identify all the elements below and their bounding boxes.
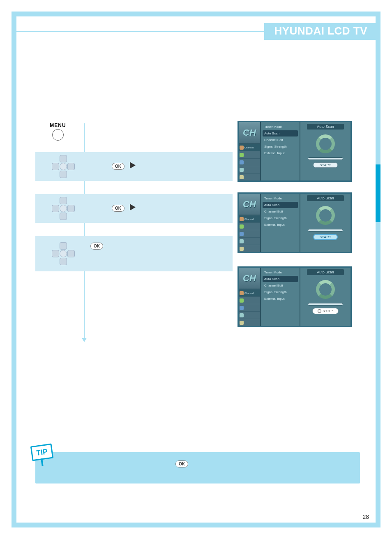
osd-panel-2: CH Channel Tuner Mode Auto Scan Channel … [238,192,352,253]
header-line [15,31,264,32]
osd-tab-channel[interactable]: Channel [239,215,260,222]
osd-item-signal-strength[interactable]: Signal Strength [263,143,298,150]
scan-spinner-icon [316,134,335,153]
stop-button[interactable]: STOP [312,308,339,314]
osd-sidebar: CH Channel [239,268,261,326]
osd-tab-channel[interactable]: Channel [239,289,260,296]
osd-item-channel-edit[interactable]: Channel Edit [263,208,298,215]
tip-banner [35,452,360,483]
osd-panel-3: CH Channel Tuner Mode Auto Scan Channel … [238,266,352,327]
osd-menu-list: Tuner Mode Auto Scan Channel Edit Signal… [261,194,300,252]
dpad-icon[interactable] [52,155,75,178]
header-title: HYUNDAI LCD TV [264,23,377,40]
osd-tab-4[interactable] [239,166,260,173]
menu-button-label: MENU [35,123,81,128]
scan-spinner-icon [316,206,335,225]
osd-tab-2[interactable] [239,296,260,304]
osd-item-auto-scan[interactable]: Auto Scan [263,202,298,208]
osd-logo-icon: CH [239,268,260,289]
osd-item-signal-strength[interactable]: Signal Strength [263,215,298,221]
progress-bar [308,157,343,160]
osd-item-tuner-mode[interactable]: Tuner Mode [263,124,298,130]
play-right-icon [130,162,136,169]
osd-tab-5[interactable] [239,245,260,252]
osd-right-pane: Auto Scan STOP [300,268,350,326]
osd-item-tuner-mode[interactable]: Tuner Mode [263,269,298,275]
ok-button-1[interactable]: OK [112,163,125,170]
osd-tab-3[interactable] [239,230,260,237]
osd-tab-2[interactable] [239,222,260,230]
osd-tab-3[interactable] [239,304,260,311]
osd-tab-3[interactable] [239,158,260,166]
start-button[interactable]: START [313,162,338,168]
progress-bar [308,303,343,305]
osd-tab-4[interactable] [239,237,260,245]
osd-sidebar: CH Channel [239,194,261,252]
osd-item-external-input[interactable]: External Input [263,296,298,302]
ok-button-3[interactable]: OK [90,243,103,250]
menu-button-icon[interactable] [52,129,64,141]
ok-button-2[interactable]: OK [112,205,125,212]
osd-menu-list: Tuner Mode Auto Scan Channel Edit Signal… [261,122,300,180]
osd-menu-list: Tuner Mode Auto Scan Channel Edit Signal… [261,268,300,326]
osd-item-tuner-mode[interactable]: Tuner Mode [263,195,298,201]
step-row-3 [35,236,233,271]
ok-button-tip[interactable]: OK [175,460,188,467]
section-side-tab [376,164,380,222]
osd-right-pane: Auto Scan START [300,122,350,180]
osd-tab-2[interactable] [239,151,260,158]
osd-item-auto-scan[interactable]: Auto Scan [263,130,298,136]
osd-item-auto-scan[interactable]: Auto Scan [263,276,298,282]
start-button-highlighted[interactable]: START [313,234,338,240]
osd-item-external-input[interactable]: External Input [263,222,298,228]
osd-item-channel-edit[interactable]: Channel Edit [263,137,298,143]
osd-item-signal-strength[interactable]: Signal Strength [263,289,298,295]
dpad-icon[interactable] [52,197,75,220]
flow-column: MENU [35,123,81,148]
osd-tab-4[interactable] [239,311,260,319]
osd-tab-5[interactable] [239,319,260,326]
header-bar: HYUNDAI LCD TV [15,25,377,38]
osd-logo-icon: CH [239,194,260,215]
progress-bar [308,229,343,231]
osd-right-pane: Auto Scan START [300,194,350,252]
page-number: 28 [362,514,369,520]
osd-tab-channel[interactable]: Channel [239,143,260,151]
osd-item-external-input[interactable]: External Input [263,150,298,156]
osd-right-title: Auto Scan [307,195,344,201]
play-right-icon [130,204,136,211]
osd-right-title: Auto Scan [307,269,344,275]
osd-logo-icon: CH [239,122,260,143]
menu-button-group: MENU [35,123,81,141]
osd-panel-1: CH Channel Tuner Mode Auto Scan Channel … [238,121,352,182]
scan-spinner-icon [316,280,335,299]
osd-right-title: Auto Scan [307,124,344,130]
osd-tab-5[interactable] [239,173,260,180]
osd-sidebar: CH Channel [239,122,261,180]
dpad-icon[interactable] [52,242,75,265]
osd-item-channel-edit[interactable]: Channel Edit [263,282,298,289]
tip-badge: TIP [30,444,54,461]
